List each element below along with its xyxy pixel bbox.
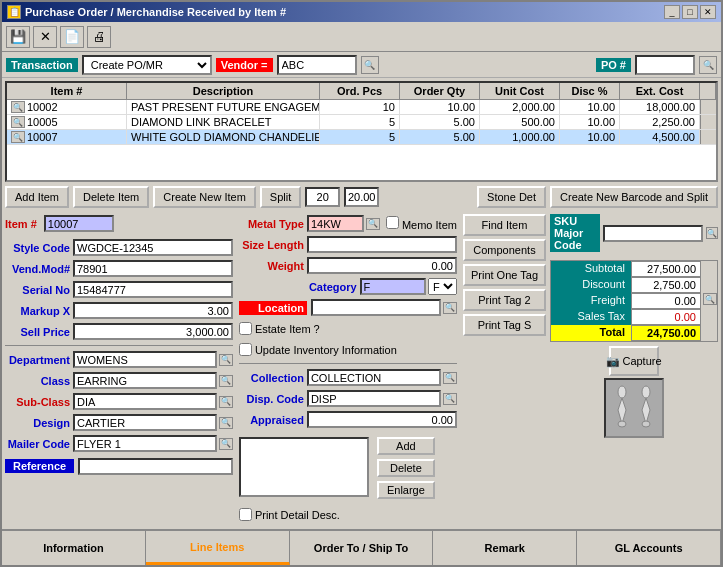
new-button[interactable]: 📄 — [60, 26, 84, 48]
total-value: 24,750.00 — [631, 325, 701, 341]
sell-price-input[interactable] — [73, 323, 233, 340]
design-search-icon[interactable]: 🔍 — [219, 417, 233, 429]
close-button[interactable]: ✕ — [700, 5, 716, 19]
vend-mod-input[interactable] — [73, 260, 233, 277]
row2-icon[interactable]: 🔍 — [11, 116, 25, 128]
row3-icon[interactable]: 🔍 — [11, 131, 25, 143]
location-row: Location 🔍 — [239, 298, 457, 317]
print-one-tag-button[interactable]: Print One Tag — [463, 264, 546, 286]
freight-search-icon[interactable]: 🔍 — [703, 293, 717, 305]
class-label: Class — [5, 375, 73, 387]
table-row[interactable]: 🔍10002 PAST PRESENT FUTURE ENGAGEMENT RI… — [7, 100, 716, 115]
create-barcode-button[interactable]: Create New Barcode and Split — [550, 186, 718, 208]
class-input[interactable] — [73, 372, 217, 389]
split-input2[interactable] — [344, 187, 379, 207]
components-button[interactable]: Components — [463, 239, 546, 261]
capture-area: 📷 Capture — [550, 346, 718, 438]
collection-input[interactable] — [307, 369, 441, 386]
serial-input[interactable] — [73, 281, 233, 298]
maximize-button[interactable]: □ — [682, 5, 698, 19]
print-button[interactable]: 🖨 — [87, 26, 111, 48]
enlarge-ref-button[interactable]: Enlarge — [377, 481, 435, 499]
po-label: PO # — [596, 58, 631, 72]
class-search-icon[interactable]: 🔍 — [219, 375, 233, 387]
mailer-input[interactable] — [73, 435, 217, 452]
split-input1[interactable] — [305, 187, 340, 207]
tab-information[interactable]: Information — [2, 531, 146, 565]
delete-ref-button[interactable]: Delete — [377, 459, 435, 477]
print-tag2-button[interactable]: Print Tag 2 — [463, 289, 546, 311]
add-item-button[interactable]: Add Item — [5, 186, 69, 208]
tab-order-ship-label: Order To / Ship To — [314, 542, 408, 554]
totals-table: Subtotal 27,500.00 Discount 2,750.00 Fre… — [550, 260, 718, 342]
memo-item-checkbox[interactable] — [386, 216, 399, 229]
subclass-search-icon[interactable]: 🔍 — [219, 396, 233, 408]
markup-input[interactable] — [73, 302, 233, 319]
row3-ord-pcs: 5 — [320, 130, 400, 144]
tab-remark[interactable]: Remark — [433, 531, 577, 565]
add-ref-button[interactable]: Add — [377, 437, 435, 455]
po-search-button[interactable]: 🔍 — [699, 56, 717, 74]
delete-button[interactable]: ✕ — [33, 26, 57, 48]
location-input[interactable] — [311, 299, 441, 316]
tab-line-items[interactable]: Line Items — [146, 531, 290, 565]
save-button[interactable]: 💾 — [6, 26, 30, 48]
sku-search-icon[interactable]: 🔍 — [706, 227, 718, 239]
subclass-input[interactable] — [73, 393, 217, 410]
camera-icon: 📷 — [606, 355, 620, 368]
design-row: Design 🔍 — [5, 413, 233, 432]
category-input[interactable] — [360, 278, 426, 295]
vendor-search-button[interactable]: 🔍 — [361, 56, 379, 74]
print-tag-s-button[interactable]: Print Tag S — [463, 314, 546, 336]
find-item-button[interactable]: Find Item — [463, 214, 546, 236]
transaction-select[interactable]: Create PO/MR — [82, 55, 212, 75]
dept-search-icon[interactable]: 🔍 — [219, 354, 233, 366]
svg-point-1 — [618, 386, 626, 398]
vendor-input[interactable] — [277, 55, 357, 75]
reference-area: Add Delete Enlarge — [239, 437, 457, 501]
sales-tax-row: Sales Tax 0.00 — [551, 309, 717, 325]
delete-item-button[interactable]: Delete Item — [73, 186, 149, 208]
print-detail-checkbox[interactable] — [239, 508, 252, 521]
discount-row: Discount 2,750.00 — [551, 277, 717, 293]
po-input[interactable] — [635, 55, 695, 75]
serial-label: Serial No — [5, 284, 73, 296]
metal-type-input[interactable] — [307, 215, 364, 232]
weight-input[interactable] — [307, 257, 457, 274]
create-new-item-button[interactable]: Create New Item — [153, 186, 256, 208]
tab-gl-accounts[interactable]: GL Accounts — [577, 531, 721, 565]
location-search-icon[interactable]: 🔍 — [443, 302, 457, 314]
markup-row: Markup X — [5, 301, 233, 320]
tab-order-ship[interactable]: Order To / Ship To — [290, 531, 434, 565]
reference-input[interactable] — [78, 458, 233, 475]
mailer-search-icon[interactable]: 🔍 — [219, 438, 233, 450]
sku-label: SKU Major Code — [550, 214, 600, 252]
action-buttons-row: Add Item Delete Item Create New Item Spl… — [5, 186, 718, 208]
category-dropdown[interactable]: F — [428, 278, 457, 295]
disp-search-icon[interactable]: 🔍 — [443, 393, 457, 405]
metal-search-icon[interactable]: 🔍 — [366, 218, 380, 230]
item-number-input[interactable] — [44, 215, 114, 232]
row1-icon[interactable]: 🔍 — [11, 101, 25, 113]
estate-checkbox[interactable] — [239, 322, 252, 335]
sku-input[interactable] — [603, 225, 703, 242]
update-inv-label: Update Inventory Information — [255, 344, 397, 356]
capture-button[interactable]: 📷 Capture — [609, 346, 659, 376]
reference-textarea[interactable] — [239, 437, 369, 497]
update-inv-checkbox[interactable] — [239, 343, 252, 356]
size-length-input[interactable] — [307, 236, 457, 253]
table-row[interactable]: 🔍10005 DIAMOND LINK BRACELET 5 5.00 500.… — [7, 115, 716, 130]
split-button[interactable]: Split — [260, 186, 301, 208]
appraised-input[interactable] — [307, 411, 457, 428]
design-input[interactable] — [73, 414, 217, 431]
minimize-button[interactable]: _ — [664, 5, 680, 19]
collection-search-icon[interactable]: 🔍 — [443, 372, 457, 384]
table-row[interactable]: 🔍10007 WHITE GOLD DIAMOND CHANDELIER EAR… — [7, 130, 716, 145]
row1-item: 🔍10002 — [7, 100, 127, 114]
weight-label: Weight — [239, 260, 307, 272]
disp-code-input[interactable] — [307, 390, 441, 407]
dept-input[interactable] — [73, 351, 217, 368]
stone-det-button[interactable]: Stone Det — [477, 186, 546, 208]
design-label: Design — [5, 417, 73, 429]
style-code-input[interactable] — [73, 239, 233, 256]
